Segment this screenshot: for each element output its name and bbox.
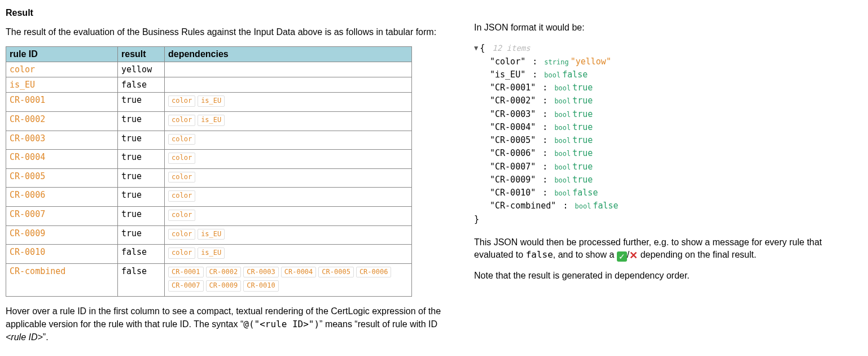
json-colon: : [542, 175, 547, 185]
json-entry: "CR-0004" : booltrue [474, 121, 862, 134]
table-row: CR-0001truecoloris_EU [6, 93, 412, 112]
dependency-tag: color [168, 190, 195, 202]
hint-text-mid: ” means “result of rule with ID [319, 319, 437, 329]
json-colon: : [542, 188, 547, 198]
dependency-tag: color [168, 248, 195, 259]
json-key: "CR-0007" [490, 162, 536, 172]
result-cell: true [118, 131, 165, 150]
collapse-toggle-icon[interactable]: ▼ [474, 43, 478, 54]
json-viewer: ▼{ 12 items "color" : string"yellow""is_… [474, 42, 862, 226]
json-key: "CR-combined" [490, 201, 556, 211]
rule-id-cell[interactable]: CR-0009 [6, 225, 118, 245]
json-value: false [562, 70, 588, 80]
hint-text-post: ”. [43, 332, 49, 342]
json-entry: "is_EU" : boolfalse [474, 68, 862, 81]
result-cell: true [118, 111, 165, 131]
rule-id-cell[interactable]: CR-0001 [6, 93, 118, 112]
json-key: "color" [490, 57, 525, 67]
x-icon: ✕ [629, 250, 638, 261]
json-type-label: bool [544, 71, 560, 79]
dependency-tag: color [168, 210, 195, 221]
result-cell: true [118, 150, 165, 169]
rule-id-cell[interactable]: CR-0002 [6, 111, 118, 131]
json-key: "CR-0004" [490, 122, 536, 132]
result-cell: false [118, 77, 165, 93]
followup-mid: , and to show a [553, 250, 617, 259]
json-type-label: bool [554, 111, 571, 119]
json-open-line[interactable]: ▼{ 12 items [474, 42, 862, 55]
dependency-tag: CR-0003 [243, 267, 279, 278]
json-entry: "CR-0001" : booltrue [474, 81, 862, 94]
json-colon: : [542, 135, 547, 145]
dependency-tag: color [168, 229, 195, 240]
dependency-tag: CR-0009 [206, 280, 242, 292]
table-row: CR-0003truecolor [6, 131, 412, 150]
json-type-label: bool [554, 150, 571, 158]
dependencies-cell: color [165, 188, 412, 207]
json-type-label: bool [554, 189, 571, 197]
json-intro: In JSON format it would be: [474, 21, 862, 34]
json-entry: "CR-combined" : boolfalse [474, 199, 862, 212]
json-type-label: string [544, 58, 568, 66]
json-key: "CR-0006" [490, 148, 536, 158]
rule-id-cell[interactable]: CR-0010 [6, 245, 118, 264]
table-row: CR-0010falsecoloris_EU [6, 245, 412, 264]
dependency-tag: CR-0005 [318, 267, 354, 278]
table-header-row: rule ID result dependencies [6, 47, 412, 62]
json-entry: "CR-0006" : booltrue [474, 147, 862, 160]
json-value: true [572, 135, 593, 145]
json-key: "CR-0009" [490, 175, 536, 185]
rule-id-cell[interactable]: CR-0003 [6, 131, 118, 150]
dependencies-cell [165, 77, 412, 93]
json-close-line: } [474, 213, 862, 226]
json-type-label: bool [554, 124, 571, 132]
dependencies-cell: coloris_EU [165, 93, 412, 112]
table-row: CR-0002truecoloris_EU [6, 111, 412, 131]
table-row: CR-0004truecolor [6, 150, 412, 169]
json-colon: : [542, 95, 547, 106]
json-key: "CR-0005" [490, 135, 536, 145]
rule-id-cell[interactable]: CR-0006 [6, 188, 118, 207]
dependencies-cell: coloris_EU [165, 225, 412, 245]
json-key: "is_EU" [490, 70, 525, 80]
rule-id-cell[interactable]: CR-0004 [6, 150, 118, 169]
table-row: CR-0009truecoloris_EU [6, 225, 412, 245]
rule-id-cell[interactable]: CR-0005 [6, 168, 118, 188]
json-value: false [593, 201, 618, 211]
followup-post: depending on the final result. [638, 250, 756, 259]
result-cell: true [118, 206, 165, 225]
dependencies-cell [165, 62, 412, 77]
table-row: CR-0007truecolor [6, 206, 412, 225]
table-row: CR-combinedfalseCR-0001CR-0002CR-0003CR-… [6, 263, 412, 296]
followup-false: false [526, 249, 553, 260]
col-dependencies: dependencies [165, 47, 412, 62]
rule-id-cell[interactable]: CR-0007 [6, 206, 118, 225]
dependencies-cell: coloris_EU [165, 111, 412, 131]
json-colon: : [563, 201, 568, 211]
json-type-label: bool [554, 84, 571, 92]
json-value: true [572, 83, 593, 93]
hover-hint: Hover over a rule ID in the first column… [6, 305, 451, 344]
json-entry: "CR-0010" : boolfalse [474, 186, 862, 199]
json-key: "CR-0010" [490, 188, 536, 198]
json-colon: : [542, 148, 547, 158]
json-value: true [572, 109, 593, 119]
rule-id-cell[interactable]: CR-combined [6, 263, 118, 296]
json-entry: "CR-0005" : booltrue [474, 134, 862, 147]
col-rule-id: rule ID [6, 47, 118, 62]
json-followup: This JSON would then be processed furthe… [474, 236, 862, 262]
dependency-order-note: Note that the result is generated in dep… [474, 270, 862, 282]
result-cell: yellow [118, 62, 165, 77]
brace-close: } [474, 214, 479, 224]
col-result: result [118, 47, 165, 62]
json-value: true [572, 175, 593, 185]
dependency-tag: CR-0001 [168, 267, 204, 278]
rule-id-cell[interactable]: color [6, 62, 118, 77]
json-value: true [572, 95, 593, 106]
rule-id-cell[interactable]: is_EU [6, 77, 118, 93]
table-row: is_EUfalse [6, 77, 412, 93]
dependency-tag: CR-0002 [206, 267, 242, 278]
dependencies-cell: color [165, 168, 412, 188]
json-entry: "color" : string"yellow" [474, 55, 862, 68]
dependencies-cell: color [165, 150, 412, 169]
